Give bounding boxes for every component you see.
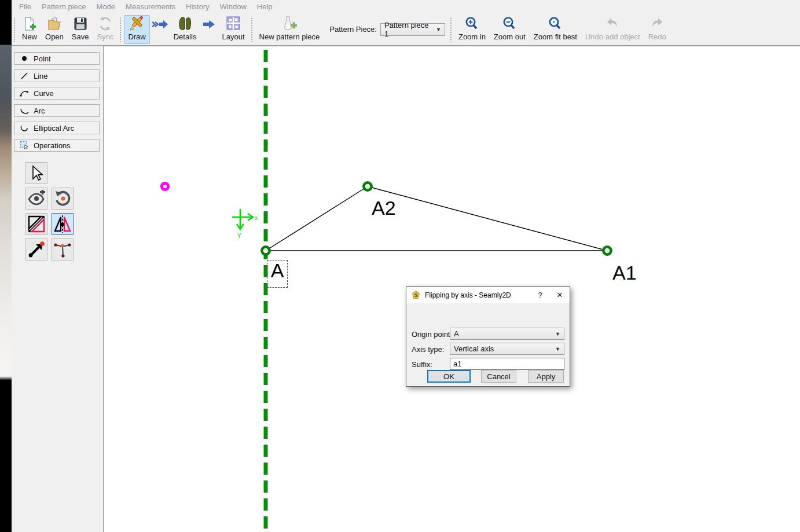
- add-to-group-tool[interactable]: [25, 188, 47, 210]
- axis-type-label: Axis type:: [412, 345, 444, 354]
- line-a-a2[interactable]: [266, 186, 368, 251]
- new-button[interactable]: New: [18, 15, 41, 44]
- point-a-label[interactable]: A: [271, 261, 284, 280]
- pattern-piece-combobox[interactable]: Pattern piece 1 ▼: [380, 23, 445, 36]
- origin-point-value: A: [454, 329, 459, 338]
- details-mode-button[interactable]: Details: [170, 15, 201, 44]
- group-operations[interactable]: Operations: [14, 139, 100, 152]
- mirror-by-line-icon: [27, 215, 46, 233]
- suffix-input[interactable]: [450, 358, 564, 370]
- desktop-background-strip: [0, 0, 12, 532]
- dialog-title: Flipping by axis - Seamly2D: [425, 291, 530, 299]
- group-elliptical-arc-label: Elliptical Arc: [34, 124, 74, 133]
- elliptical-arc-icon: [20, 123, 29, 133]
- point-a1-label[interactable]: A1: [612, 263, 637, 282]
- group-operations-label: Operations: [34, 141, 71, 150]
- svg-text:S: S: [414, 292, 418, 298]
- group-curve-label: Curve: [34, 89, 54, 98]
- point-a2-label[interactable]: A2: [372, 198, 396, 218]
- axis-type-combobox[interactable]: Vertical axis ▼: [450, 343, 564, 355]
- toolbox-sidebar: Point Line Curve Arc Elliptical Arc Oper…: [12, 46, 103, 532]
- move-tool[interactable]: [25, 239, 47, 261]
- new-pattern-piece-button[interactable]: New pattern piece: [255, 15, 324, 44]
- mirror-by-line-tool[interactable]: [25, 213, 47, 235]
- save-button-label: Save: [72, 32, 89, 41]
- chevron-down-icon: ▼: [436, 27, 441, 32]
- menu-file[interactable]: File: [14, 1, 36, 13]
- suffix-label: Suffix:: [412, 360, 432, 369]
- zoom-in-label: Zoom in: [458, 32, 486, 41]
- draw-mode-button[interactable]: Draw: [124, 15, 149, 44]
- group-curve[interactable]: Curve: [14, 87, 100, 100]
- cursor-arrow-icon: [28, 164, 45, 182]
- layout-grid-icon: [225, 16, 241, 31]
- point-a1[interactable]: [603, 247, 611, 254]
- undo-button[interactable]: Undo add object: [581, 15, 644, 44]
- mode-arrow-icon: [201, 19, 216, 40]
- line-a2-a1[interactable]: [368, 186, 607, 251]
- group-line[interactable]: Line: [14, 69, 100, 82]
- group-arc[interactable]: Arc: [14, 104, 100, 117]
- toolbar-drag-handle[interactable]: [13, 17, 16, 42]
- menu-pattern-piece[interactable]: Pattern piece: [36, 1, 91, 13]
- zoom-toolbar-group: Zoom in Zoom out Zoom fit best: [454, 13, 670, 45]
- flipping-by-axis-dialog: S Flipping by axis - Seamly2D ? ✕ Origin…: [406, 286, 570, 387]
- menu-measurements[interactable]: Measurements: [120, 1, 181, 13]
- mode-arrow-icon: [151, 19, 168, 40]
- true-darts-tool[interactable]: [52, 239, 74, 261]
- group-point-label: Point: [34, 54, 51, 63]
- toolbar-drag-handle[interactable]: [251, 17, 253, 42]
- rotate-tool[interactable]: [52, 188, 74, 210]
- menu-window[interactable]: Window: [215, 1, 252, 13]
- menu-mode[interactable]: Mode: [91, 1, 121, 13]
- dialog-help-button[interactable]: ?: [530, 287, 550, 303]
- mirror-preview-point: [162, 183, 168, 189]
- menu-bar: File Pattern piece Mode Measurements His…: [12, 0, 800, 13]
- line-icon: [20, 71, 29, 80]
- seamly2d-window: File Pattern piece Mode Measurements His…: [12, 0, 800, 532]
- redo-button[interactable]: Redo: [644, 15, 670, 44]
- ok-button[interactable]: OK: [427, 370, 471, 383]
- redo-button-label: Redo: [648, 32, 666, 41]
- curve-icon: [20, 89, 29, 98]
- group-arc-label: Arc: [34, 107, 45, 115]
- menu-history[interactable]: History: [181, 1, 214, 13]
- group-point[interactable]: Point: [14, 52, 100, 65]
- dialog-close-button[interactable]: ✕: [550, 287, 570, 303]
- select-arrow-tool[interactable]: [25, 162, 47, 184]
- layout-mode-label: Layout: [222, 32, 244, 41]
- save-floppy-icon: [73, 16, 88, 31]
- sync-button[interactable]: Sync: [93, 15, 118, 44]
- flip-by-axis-tool[interactable]: [52, 213, 74, 235]
- construction-lines: [266, 186, 607, 251]
- true-darts-icon: [53, 240, 72, 259]
- zoom-out-label: Zoom out: [494, 32, 526, 41]
- new-pattern-piece-label: New pattern piece: [259, 32, 320, 41]
- toolbar-drag-handle[interactable]: [450, 17, 452, 42]
- eye-plus-icon: [27, 190, 46, 207]
- zoom-in-button[interactable]: Zoom in: [454, 15, 490, 44]
- dialog-titlebar[interactable]: S Flipping by axis - Seamly2D ? ✕: [406, 287, 570, 303]
- operations-icon: [20, 141, 29, 150]
- save-button[interactable]: Save: [68, 15, 93, 44]
- point-a-label-selection-box[interactable]: A: [267, 260, 288, 288]
- zoom-fit-best-label: Zoom fit best: [534, 32, 577, 41]
- point-a2[interactable]: [364, 182, 371, 190]
- axis-type-value: Vertical axis: [454, 344, 494, 353]
- zoom-out-button[interactable]: Zoom out: [490, 15, 530, 44]
- group-elliptical-arc[interactable]: Elliptical Arc: [14, 122, 100, 134]
- toolbar-drag-handle[interactable]: [119, 17, 122, 42]
- flip-by-axis-icon: [53, 215, 72, 233]
- menu-help[interactable]: Help: [252, 1, 278, 13]
- origin-point-combobox[interactable]: A ▼: [450, 328, 564, 340]
- file-toolbar-group: New Open Save: [18, 13, 118, 45]
- pattern-piece-toolbar-group: New pattern piece Pattern Piece: Pattern…: [255, 13, 445, 45]
- zoom-fit-best-button[interactable]: Zoom fit best: [530, 15, 581, 44]
- point-a[interactable]: [262, 247, 269, 254]
- redo-icon: [649, 16, 665, 31]
- open-button[interactable]: Open: [41, 15, 68, 44]
- cancel-button[interactable]: Cancel: [481, 370, 516, 383]
- screen: File Pattern piece Mode Measurements His…: [0, 0, 800, 532]
- layout-mode-button[interactable]: Layout: [218, 15, 248, 44]
- apply-button[interactable]: Apply: [528, 370, 564, 383]
